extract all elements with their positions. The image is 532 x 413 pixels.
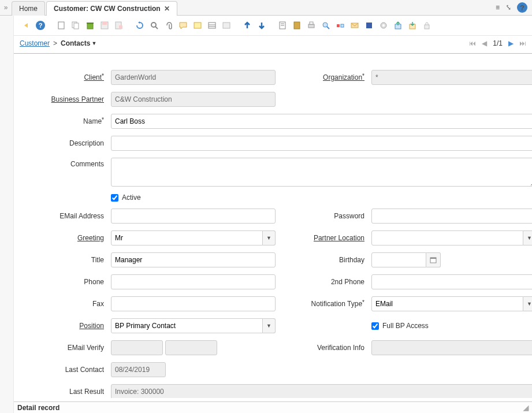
- position-field[interactable]: [111, 318, 263, 333]
- save-new-icon[interactable]: [113, 19, 125, 32]
- label-email: EMail Address: [25, 212, 106, 220]
- grid-toggle-icon[interactable]: [206, 19, 218, 32]
- import-icon[interactable]: [406, 19, 419, 32]
- breadcrumb-current[interactable]: Contacts: [61, 39, 90, 47]
- zoom-across-icon[interactable]: [319, 19, 332, 32]
- active-workflow-icon[interactable]: [334, 19, 347, 32]
- svg-rect-4: [87, 23, 94, 24]
- lock-icon[interactable]: [421, 19, 433, 32]
- email-field[interactable]: [111, 209, 276, 224]
- resize-handle-icon[interactable]: ◢: [523, 404, 529, 412]
- breadcrumb-sep: >: [53, 39, 57, 47]
- title-field[interactable]: [111, 252, 276, 267]
- tab-home-label: Home: [19, 5, 38, 13]
- svg-point-22: [323, 23, 328, 27]
- label-fullbp: Full BP Access: [382, 322, 429, 330]
- greeting-dropdown-icon[interactable]: ▼: [263, 230, 276, 245]
- verifinfo-field: [371, 340, 532, 355]
- chat-icon[interactable]: [177, 19, 189, 32]
- prev-record-icon[interactable]: ◀: [482, 39, 487, 47]
- label-greeting: Greeting: [25, 234, 106, 242]
- label-comments: Comments: [25, 158, 106, 168]
- phone-field[interactable]: [111, 274, 276, 289]
- svg-point-29: [382, 24, 385, 27]
- active-checkbox[interactable]: [111, 194, 118, 202]
- fax-field[interactable]: [111, 296, 276, 311]
- label-birthday: Birthday: [280, 256, 367, 264]
- product-icon[interactable]: [363, 19, 375, 32]
- svg-rect-34: [430, 258, 436, 259]
- help-toolbar-icon[interactable]: ?: [34, 19, 47, 32]
- fullbp-checkbox[interactable]: [371, 322, 379, 330]
- svg-line-10: [155, 27, 158, 29]
- new-icon[interactable]: [55, 19, 68, 32]
- gear-icon[interactable]: [377, 19, 390, 32]
- save-icon[interactable]: [98, 19, 111, 32]
- tab-customer[interactable]: Customer: CW CW Construction ✕: [46, 1, 177, 16]
- phone2-field[interactable]: [371, 274, 532, 289]
- label-client: Client*: [25, 73, 106, 81]
- label-verifinfo: Verification Info: [280, 344, 367, 352]
- partnerloc-field[interactable]: [371, 230, 523, 245]
- notiftype-field[interactable]: [371, 296, 523, 311]
- breadcrumb-parent[interactable]: Customer: [20, 39, 50, 47]
- svg-rect-8: [119, 25, 122, 29]
- svg-rect-27: [366, 23, 372, 28]
- hamburger-icon[interactable]: ≡: [496, 3, 500, 12]
- refresh-icon[interactable]: [133, 19, 146, 32]
- left-strip: [0, 16, 14, 413]
- customize-icon[interactable]: [220, 19, 233, 32]
- label-title: Title: [25, 256, 106, 264]
- svg-rect-24: [337, 24, 340, 27]
- pager-text: 1/1: [493, 39, 503, 47]
- close-icon[interactable]: ✕: [164, 5, 170, 13]
- svg-rect-0: [58, 22, 64, 29]
- chevron-down-icon[interactable]: ▼: [91, 40, 96, 46]
- detail-icon[interactable]: [255, 19, 268, 32]
- undo-icon[interactable]: [20, 19, 32, 32]
- comments-field[interactable]: [111, 158, 532, 187]
- password-field[interactable]: [371, 209, 532, 224]
- last-record-icon[interactable]: ⏭: [519, 39, 526, 47]
- report-icon[interactable]: [276, 19, 289, 32]
- first-record-icon[interactable]: ⏮: [469, 39, 476, 47]
- breadcrumb: Customer > Contacts ▼ ⏮ ◀ 1/1 ▶ ⏭: [14, 36, 532, 53]
- delete-icon[interactable]: [84, 19, 96, 32]
- print-icon[interactable]: [305, 19, 318, 32]
- label-lastresult: Last Result: [25, 388, 106, 396]
- lastresult-field: [111, 384, 532, 398]
- emailverify-field-2: [165, 340, 217, 355]
- emailverify-field-1: [111, 340, 163, 355]
- organization-field: [371, 70, 532, 85]
- label-phone2: 2nd Phone: [280, 278, 367, 286]
- svg-rect-6: [102, 22, 107, 25]
- archive-icon[interactable]: [291, 19, 303, 32]
- next-record-icon[interactable]: ▶: [508, 39, 514, 47]
- partnerloc-dropdown-icon[interactable]: ▼: [523, 230, 532, 245]
- request-icon[interactable]: [348, 19, 361, 32]
- label-emailverify: EMail Verify: [25, 344, 106, 352]
- menu-toggle-icon[interactable]: »: [0, 3, 12, 12]
- svg-rect-19: [294, 22, 300, 29]
- search-icon[interactable]: [148, 19, 161, 32]
- label-password: Password: [280, 212, 367, 220]
- greeting-field[interactable]: [111, 230, 263, 245]
- label-notiftype: Notification Type*: [280, 300, 367, 308]
- note-icon[interactable]: [191, 19, 204, 32]
- calendar-icon[interactable]: [426, 252, 441, 267]
- position-dropdown-icon[interactable]: ▼: [263, 318, 276, 333]
- name-field[interactable]: [111, 114, 532, 129]
- description-field[interactable]: [111, 136, 532, 151]
- label-bpartner: Business Partner: [25, 95, 106, 103]
- copy-icon[interactable]: [69, 19, 82, 32]
- expand-down-icon[interactable]: ⤥: [505, 3, 511, 12]
- help-icon[interactable]: ?: [517, 2, 527, 13]
- parent-icon[interactable]: [241, 19, 254, 32]
- notiftype-dropdown-icon[interactable]: ▼: [523, 296, 532, 311]
- label-phone: Phone: [25, 278, 106, 286]
- svg-rect-3: [87, 24, 93, 29]
- export-icon[interactable]: [392, 19, 404, 32]
- birthday-field[interactable]: [371, 252, 426, 267]
- tab-home[interactable]: Home: [12, 1, 45, 16]
- attachment-icon[interactable]: [162, 19, 175, 32]
